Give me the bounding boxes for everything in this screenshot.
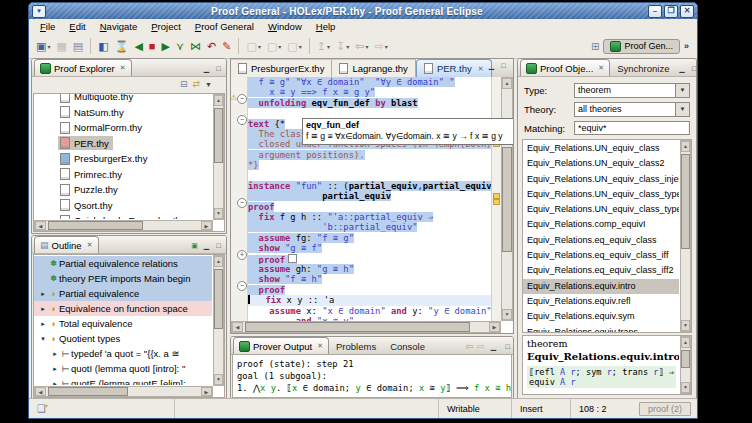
- print-button[interactable]: ▤: [71, 38, 85, 54]
- outline-tree[interactable]: ✽Partial equivalence relations✽theory PE…: [33, 254, 225, 398]
- outline-item-partial-equivalence[interactable]: ▸◗Partial equivalence: [34, 286, 212, 301]
- theorem-item-un-equiv-class-inject[interactable]: Equiv_Relations.UN_equiv_class_inject: [523, 172, 679, 187]
- link-outline-icon[interactable]: ▣: [189, 241, 200, 251]
- maximize-editor-icon[interactable]: □: [498, 61, 509, 71]
- maximize-view-icon[interactable]: □: [689, 64, 698, 74]
- tab-console[interactable]: Console: [383, 341, 432, 354]
- outline-item-equivalence-on-funct[interactable]: ▸◗Equivalence on function space: [34, 301, 212, 316]
- forward-icon[interactable]: ⇨: [477, 341, 485, 352]
- outline-item-quoti-lemma-quoti[interactable]: ▸⊢quotI (lemma quotI [intro]: ": [34, 361, 212, 376]
- link-with-editor-icon[interactable]: ⇄: [193, 79, 201, 89]
- fold-plus-icon[interactable]: +: [237, 250, 247, 260]
- scroll-left-icon[interactable]: ◀: [35, 221, 46, 230]
- maximize-view-icon[interactable]: □: [502, 342, 513, 352]
- matching-input[interactable]: *equiv*: [574, 121, 690, 135]
- editor-tab-lagrange-thy[interactable]: Lagrange.thy: [332, 59, 415, 77]
- vertical-scrollbar[interactable]: ▲▼: [213, 255, 224, 386]
- file-item-multiquote-thy[interactable]: Multiquote.thy: [34, 94, 212, 105]
- tree-expand-icon[interactable]: ▸: [38, 320, 48, 328]
- explorer-tree[interactable]: Multiquote.thyNatSum.thyNormalForm.thyPE…: [33, 93, 225, 232]
- tree-expand-icon[interactable]: ▸: [50, 365, 60, 373]
- undo-all-button[interactable]: ↶: [205, 38, 218, 54]
- scroll-up-icon[interactable]: ▲: [214, 95, 223, 106]
- vertical-scrollbar[interactable]: ▲▼: [680, 336, 691, 394]
- scrollbar-thumb[interactable]: [48, 387, 128, 396]
- scroll-down-icon[interactable]: ▼: [502, 309, 512, 320]
- theory-select[interactable]: all theories ▼: [574, 102, 690, 117]
- file-item-puzzle-thy[interactable]: Puzzle.thy: [34, 182, 212, 198]
- undo-step-button[interactable]: ◀: [132, 38, 144, 54]
- goto-end-button[interactable]: ⋎: [174, 38, 186, 54]
- type-select[interactable]: theorem ▼: [574, 83, 690, 98]
- tree-expand-icon[interactable]: ▸: [38, 305, 48, 313]
- tree-expand-icon[interactable]: ▸: [50, 380, 60, 386]
- theorem-item-un-equiv-class-type[interactable]: Equiv_Relations.UN_equiv_class_type: [523, 187, 679, 202]
- back-history-button[interactable]: ⇦▾: [353, 38, 370, 54]
- scrollbar-thumb[interactable]: [214, 269, 223, 329]
- outline-item-typedef-a-quot[interactable]: ▸⊢typedef 'a quot = "{{x. a ≅: [34, 346, 212, 361]
- open-goal-viewer-button[interactable]: ◧: [96, 38, 110, 54]
- minimize-button[interactable]: –: [648, 5, 662, 18]
- editor-gutter[interactable]: ⚠−−−+−: [231, 77, 248, 321]
- horizontal-scrollbar[interactable]: ◀▶: [34, 386, 213, 397]
- open-perspective-icon[interactable]: ⊞: [591, 41, 599, 52]
- window-menu-icon[interactable]: ▾: [32, 5, 46, 18]
- minimize-view-icon[interactable]: ▁: [201, 64, 212, 74]
- file-item-primrec-thy[interactable]: Primrec.thy: [34, 167, 212, 183]
- close-tab-icon[interactable]: ✕: [317, 342, 323, 350]
- scroll-up-icon[interactable]: ▲: [681, 141, 690, 152]
- menu-edit[interactable]: Edit: [62, 20, 92, 33]
- theorem-item-eq-equiv-class-iff[interactable]: Equiv_Relations.eq_equiv_class_iff: [523, 248, 679, 263]
- scroll-right-icon[interactable]: ▶: [201, 221, 212, 230]
- theorem-item-eq-equiv-class[interactable]: Equiv_Relations.eq_equiv_class: [523, 233, 679, 248]
- scroll-up-icon[interactable]: ▲: [502, 78, 512, 89]
- tree-expand-icon[interactable]: ▾: [38, 335, 48, 343]
- fold-minus-icon[interactable]: −: [237, 115, 247, 125]
- outline-item-quotient-types[interactable]: ▾◗Quotient types: [34, 331, 212, 346]
- tab-outline[interactable]: ▤ Outline ✕: [34, 236, 99, 253]
- scroll-down-icon[interactable]: ▼: [214, 374, 223, 385]
- close-view-icon[interactable]: ✕: [120, 64, 126, 72]
- scrollbar-thumb[interactable]: [214, 108, 223, 163]
- scroll-right-icon[interactable]: ▶: [489, 322, 500, 332]
- scrollbar-thumb[interactable]: [48, 221, 143, 230]
- scroll-up-icon[interactable]: ▲: [681, 337, 690, 348]
- theorem-item-un-equiv-class[interactable]: Equiv_Relations.UN_equiv_class: [523, 141, 679, 156]
- theorem-item-un-equiv-class2[interactable]: Equiv_Relations.UN_equiv_class2: [523, 156, 679, 171]
- theorem-list[interactable]: Equiv_Relations.UN_equiv_classEquiv_Rela…: [522, 139, 692, 333]
- collapse-all-icon[interactable]: ⊟: [180, 79, 188, 89]
- theorem-item-trans[interactable]: Equiv_Relations.equiv.trans: [523, 325, 679, 332]
- restart-prover-button[interactable]: ⌛: [113, 38, 131, 54]
- proof-progress-button[interactable]: proof (2): [639, 402, 691, 416]
- file-item-presburgerex-thy[interactable]: PresburgerEx.thy: [34, 151, 212, 167]
- tab-proof-explorer[interactable]: Proof Explorer ✕: [34, 59, 132, 76]
- horizontal-scrollbar[interactable]: ◀▶: [34, 220, 213, 231]
- scrollbar-thumb[interactable]: [681, 350, 690, 368]
- scroll-right-icon[interactable]: ▶: [201, 387, 212, 396]
- editor-tab-per-thy[interactable]: PER.thy✕: [416, 59, 492, 77]
- close-button[interactable]: ✕: [680, 5, 694, 18]
- view-menu-icon[interactable]: ▼: [205, 81, 212, 88]
- outline-item-partial-equivalence[interactable]: ✽Partial equivalence relations: [34, 256, 212, 271]
- chevron-down-icon[interactable]: ▼: [675, 84, 689, 97]
- theorem-item-sym[interactable]: Equiv_Relations.equiv.sym: [523, 309, 679, 324]
- scroll-left-icon[interactable]: ◀: [35, 387, 46, 396]
- file-item-normalform-thy[interactable]: NormalForm.thy: [34, 120, 212, 136]
- chevron-down-icon[interactable]: ▼: [675, 103, 689, 116]
- menu-file[interactable]: File: [33, 20, 62, 33]
- scrollbar-thumb[interactable]: [245, 322, 470, 332]
- file-item-quickcheck-examples-thy[interactable]: Quickcheck_Examples.thy: [34, 213, 212, 219]
- menu-window[interactable]: Window: [261, 20, 309, 33]
- theorem-item-eq-equiv-class-iff2[interactable]: Equiv_Relations.eq_equiv_class_iff2: [523, 263, 679, 278]
- scroll-down-icon[interactable]: ▼: [681, 320, 690, 331]
- scrollbar-thumb[interactable]: [681, 154, 690, 249]
- vertical-scrollbar[interactable]: ▲▼: [501, 77, 513, 321]
- menu-help[interactable]: Help: [309, 20, 343, 33]
- scroll-left-icon[interactable]: ◀: [232, 322, 243, 332]
- fold-minus-icon[interactable]: −: [237, 198, 247, 208]
- editor-tab-presburgerex-thy[interactable]: PresburgerEx.thy: [231, 59, 332, 77]
- file-item-natsum-thy[interactable]: NatSum.thy: [34, 105, 212, 121]
- file-item-per-thy[interactable]: PER.thy: [34, 136, 212, 152]
- tab-prover-output[interactable]: Prover Output✕: [233, 337, 329, 354]
- tab-problems[interactable]: Problems: [329, 341, 383, 354]
